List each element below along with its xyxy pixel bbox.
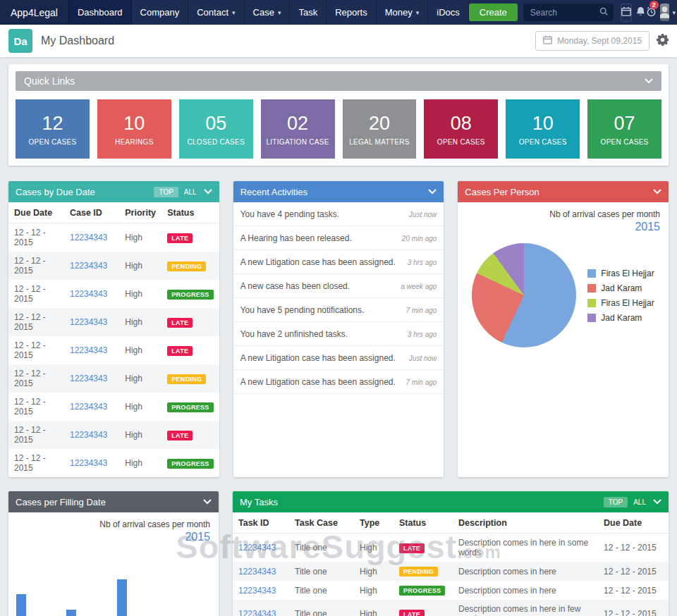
chevron-down-icon[interactable]	[428, 189, 437, 195]
list-item[interactable]: A new case has been closed. a week ago	[233, 274, 444, 298]
task-case-cell: Title one	[289, 562, 354, 581]
activity-text: You have 2 unfinished tasks.	[240, 329, 348, 339]
list-item[interactable]: A new Litigation case has been assigned.…	[233, 346, 444, 370]
stat-card[interactable]: 05 CLOSED CASES	[179, 99, 253, 159]
case-id-link[interactable]: 12234343	[64, 393, 119, 421]
chevron-down-icon[interactable]	[204, 189, 212, 195]
chevron-down-icon[interactable]	[653, 189, 661, 195]
legend-swatch	[587, 299, 596, 307]
type-cell: High	[354, 581, 394, 600]
stat-card[interactable]: 12 OPEN CASES	[16, 99, 90, 159]
notifications-button[interactable]	[635, 4, 646, 22]
settings-button[interactable]	[657, 34, 669, 49]
cases-per-person-panel: Cases Per Person Nb of arrival cases per…	[458, 181, 669, 477]
case-id-link[interactable]: 12234343	[64, 308, 119, 336]
chevron-down-icon[interactable]	[645, 78, 653, 84]
due-date-cell: 12 - 12 - 2015	[598, 581, 669, 600]
reminders-button[interactable]: 2	[646, 4, 657, 22]
panel-title: Recent Activities	[240, 187, 307, 197]
calendar-button[interactable]	[621, 4, 632, 22]
column-header: Task ID	[233, 512, 289, 534]
table-row: 12 - 12 - 2015 12234343 High LATE	[8, 223, 219, 252]
list-item[interactable]: A new Litigation case has been assigned.…	[233, 370, 444, 394]
quick-links-panel: Quick Links 12 OPEN CASES 10 HEARINGS 05…	[8, 64, 669, 166]
brand[interactable]: App4Legal	[0, 0, 69, 25]
nav-item-case[interactable]: Case▾	[245, 0, 291, 25]
due-date-cell: 12 - 12 - 2015	[8, 421, 64, 449]
chart-subtitle: Nb of arrival cases per month	[17, 519, 210, 529]
stat-card[interactable]: 02 LITIGATION CASE	[261, 99, 335, 159]
list-item[interactable]: You have 2 unfinished tasks. 3 hrs ago	[233, 322, 444, 346]
list-item[interactable]: A new Litigation case has been assigned.…	[233, 250, 444, 274]
all-filter-button[interactable]: ALL	[184, 188, 197, 196]
top-filter-button[interactable]: TOP	[604, 497, 628, 507]
cases-table-body: 12 - 12 - 2015 12234343 High LATE 12 - 1…	[8, 223, 219, 478]
stat-card[interactable]: 10 HEARINGS	[97, 99, 171, 159]
chevron-down-icon[interactable]	[203, 499, 212, 505]
create-button[interactable]: Create	[469, 4, 518, 21]
bell-icon	[635, 6, 646, 19]
user-avatar[interactable]	[660, 4, 669, 21]
search-bar[interactable]	[523, 4, 614, 21]
chevron-down-icon[interactable]	[653, 499, 661, 505]
activity-text: A new case has been closed.	[240, 281, 350, 291]
search-input[interactable]	[529, 7, 599, 18]
case-id-link[interactable]: 12234343	[64, 421, 119, 449]
stat-card[interactable]: 10 OPEN CASES	[506, 99, 580, 159]
bar-column: Mar	[47, 562, 63, 616]
description-cell: Description comes in here in few words	[453, 600, 598, 616]
column-header: Task Case	[289, 512, 354, 534]
status-badge: PROGRESS	[167, 402, 213, 412]
type-cell: High	[354, 600, 394, 616]
nav-item-reports[interactable]: Reports	[327, 0, 377, 25]
stat-card[interactable]: 20 LEGAL MATTERS	[343, 99, 417, 159]
status-badge: PROGRESS	[399, 586, 445, 596]
case-id-link[interactable]: 12234343	[64, 364, 119, 393]
column-header: Due Date	[8, 202, 64, 223]
stat-label: LEGAL MATTERS	[349, 138, 410, 146]
nav-label: Task	[298, 7, 317, 18]
task-id-link[interactable]: 12234343	[233, 600, 289, 616]
recent-activities-header: Recent Activities	[233, 181, 444, 202]
nav-item-money[interactable]: Money▾	[377, 0, 429, 25]
status-cell: PROGRESS	[161, 280, 219, 308]
due-date-cell: 12 - 12 - 2015	[8, 393, 64, 421]
task-id-link[interactable]: 12234343	[233, 581, 289, 600]
stat-card[interactable]: 07 OPEN CASES	[587, 99, 661, 159]
status-badge: LATE	[399, 610, 425, 616]
all-filter-button[interactable]: ALL	[633, 498, 646, 506]
list-item[interactable]: You have 5 pending notifications. 7 min …	[233, 298, 444, 322]
list-item[interactable]: You have 4 pending tasks. Just now	[233, 202, 444, 226]
bar-column: Jan	[13, 562, 30, 616]
status-badge: PENDING	[399, 567, 438, 577]
nav-item-dashboard[interactable]: Dashboard	[69, 0, 132, 25]
bar	[117, 579, 127, 616]
case-id-link[interactable]: 12234343	[64, 252, 119, 280]
top-filter-button[interactable]: TOP	[154, 187, 178, 197]
case-id-link[interactable]: 12234343	[64, 280, 119, 308]
dashboard-logo: Da	[8, 29, 32, 53]
table-row: 12 - 12 - 2015 12234343 High LATE	[8, 336, 219, 364]
stat-label: HEARINGS	[115, 138, 154, 146]
user-menu-caret[interactable]: ▾	[671, 4, 677, 22]
due-date-cell: 12 - 12 - 2015	[8, 308, 64, 336]
case-id-link[interactable]: 12234343	[64, 223, 119, 252]
stat-card[interactable]: 08 OPEN CASES	[424, 99, 498, 159]
list-item[interactable]: A Hearing has been released. 20 min ago	[233, 226, 444, 250]
stat-value: 12	[42, 113, 63, 135]
panel-title: Cases by Due Date	[16, 187, 95, 197]
column-header: Status	[161, 202, 219, 223]
nav-item-contact[interactable]: Contact▾	[188, 0, 244, 25]
nav-item-idocs[interactable]: iDocs	[428, 0, 469, 25]
date-picker-button[interactable]: Monday, Sept 09,2015	[535, 31, 649, 51]
nav-item-task[interactable]: Task	[290, 0, 327, 25]
nav-item-company[interactable]: Company	[132, 0, 189, 25]
case-id-link[interactable]: 12234343	[64, 449, 119, 477]
task-id-link[interactable]: 12234343	[233, 562, 289, 581]
quick-links-header[interactable]: Quick Links	[16, 71, 661, 91]
case-id-link[interactable]: 12234343	[64, 336, 119, 364]
activity-time: 20 min ago	[402, 235, 437, 242]
task-id-link[interactable]: 12234343	[233, 534, 289, 562]
activity-text: You have 5 pending notifications.	[240, 305, 365, 315]
activity-text: A new Litigation case has been assigned.	[240, 353, 396, 363]
